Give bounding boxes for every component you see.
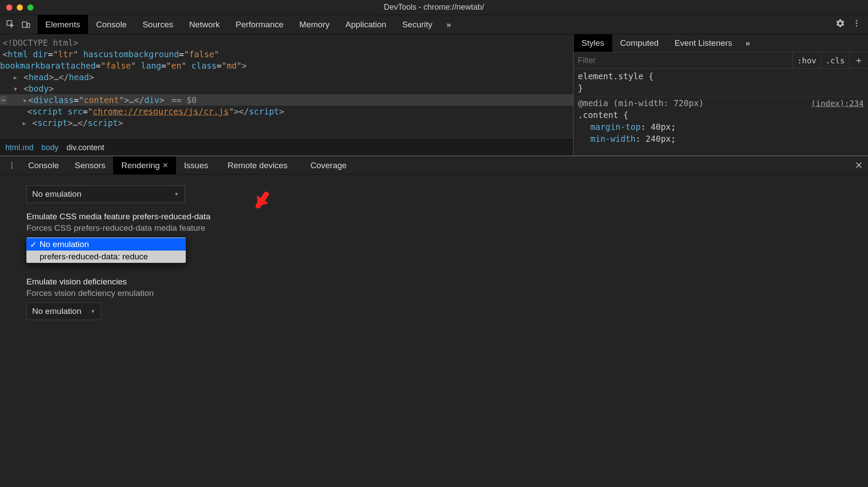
styles-filter-input[interactable] bbox=[574, 52, 792, 68]
drawer-tab-issues[interactable]: Issues bbox=[176, 156, 216, 174]
close-tab-icon[interactable]: ✕ bbox=[162, 161, 168, 170]
svg-point-8 bbox=[11, 167, 13, 168]
window-title: DevTools - chrome://newtab/ bbox=[0, 3, 868, 12]
css-selector: .content { bbox=[578, 110, 628, 120]
select-value: No emulation bbox=[32, 306, 81, 316]
tab-memory[interactable]: Memory bbox=[291, 15, 338, 34]
styles-pane: Styles Computed Event Listeners » :hov .… bbox=[573, 34, 868, 155]
tab-overflow[interactable]: » bbox=[740, 34, 754, 52]
settings-icon[interactable] bbox=[833, 16, 848, 33]
window-titlebar: DevTools - chrome://newtab/ bbox=[0, 0, 868, 15]
hov-toggle[interactable]: :hov bbox=[792, 52, 820, 68]
breadcrumb-item[interactable]: html.md bbox=[5, 143, 33, 152]
drawer-close-icon[interactable]: ✕ bbox=[855, 160, 863, 171]
svg-point-3 bbox=[856, 20, 857, 22]
tab-sources[interactable]: Sources bbox=[135, 15, 181, 34]
tab-security[interactable]: Security bbox=[394, 15, 441, 34]
device-toggle-icon[interactable] bbox=[21, 20, 31, 30]
main-tabs-row: Elements Console Sources Network Perform… bbox=[37, 15, 833, 34]
drawer-tab-remote-devices[interactable]: Remote devices bbox=[216, 156, 299, 174]
tab-network[interactable]: Network bbox=[181, 15, 228, 34]
check-icon: ✓ bbox=[30, 240, 37, 250]
breadcrumb-item[interactable]: div.content bbox=[66, 143, 104, 152]
prefers-reduced-data-dropdown[interactable]: ✓ No emulation prefers-reduced-data: red… bbox=[26, 237, 186, 263]
kebab-menu-icon[interactable] bbox=[850, 16, 864, 33]
dollar-zero: == $0 bbox=[171, 94, 196, 106]
tab-computed[interactable]: Computed bbox=[612, 34, 667, 52]
chevrons-right-icon: » bbox=[745, 38, 748, 48]
rendering-panel: No emulation ▼ Emulate CSS media feature… bbox=[0, 175, 868, 487]
zoom-window-button[interactable] bbox=[27, 4, 33, 11]
tab-styles[interactable]: Styles bbox=[574, 34, 612, 52]
drawer-tabs: Console Sensors Rendering ✕ Issues Remot… bbox=[0, 156, 868, 175]
doctype-line: <!DOCTYPE html> bbox=[3, 38, 78, 48]
expand-icon[interactable]: ▸ bbox=[12, 71, 18, 83]
svg-point-4 bbox=[856, 22, 857, 24]
caret-down-icon: ▼ bbox=[90, 308, 96, 314]
svg-point-7 bbox=[11, 165, 13, 166]
drawer-tab-sensors[interactable]: Sensors bbox=[67, 156, 114, 174]
styles-filter-bar: :hov .cls ＋ bbox=[574, 52, 868, 69]
toolbox-icons bbox=[0, 15, 37, 34]
svg-rect-1 bbox=[22, 22, 27, 27]
main-tabs: Elements Console Sources Network Perform… bbox=[0, 15, 868, 34]
tab-event-listeners[interactable]: Event Listeners bbox=[666, 34, 740, 52]
expand-icon[interactable]: ▸ bbox=[21, 117, 27, 129]
expand-icon[interactable]: ▸ bbox=[22, 94, 28, 106]
dom-tree[interactable]: <!DOCTYPE html> <html dir="ltr" hascusto… bbox=[0, 34, 573, 140]
tab-elements[interactable]: Elements bbox=[37, 15, 88, 34]
drawer-tab-rendering[interactable]: Rendering ✕ bbox=[113, 156, 176, 174]
svg-point-5 bbox=[856, 25, 857, 26]
new-style-rule-button[interactable]: ＋ bbox=[849, 52, 868, 68]
tab-overflow[interactable]: » bbox=[440, 15, 456, 34]
close-window-button[interactable] bbox=[6, 4, 12, 11]
drawer-tab-console[interactable]: Console bbox=[20, 156, 67, 174]
vision-deficiencies-desc: Forces vision deficiency emulation bbox=[26, 288, 842, 298]
element-style-selector: element.style { bbox=[578, 71, 654, 81]
styles-tabs: Styles Computed Event Listeners » bbox=[574, 34, 868, 52]
elements-pane: <!DOCTYPE html> <html dir="ltr" hascusto… bbox=[0, 34, 573, 155]
tab-performance[interactable]: Performance bbox=[228, 15, 291, 34]
svg-point-6 bbox=[11, 162, 13, 164]
dropdown-option-selected[interactable]: ✓ No emulation bbox=[26, 238, 186, 251]
source-link[interactable]: (index):234 bbox=[811, 97, 864, 109]
select-value: No emulation bbox=[32, 189, 81, 199]
prefers-reduced-data-desc: Forces CSS prefers-reduced-data media fe… bbox=[26, 223, 842, 233]
drawer-kebab-icon[interactable] bbox=[4, 156, 20, 174]
dropdown-option[interactable]: prefers-reduced-data: reduce bbox=[26, 251, 186, 263]
rendering-top-select[interactable]: No emulation ▼ bbox=[26, 185, 185, 203]
tab-console[interactable]: Console bbox=[88, 15, 135, 34]
minimize-window-button[interactable] bbox=[17, 4, 23, 11]
annotation-arrow-icon bbox=[250, 185, 276, 212]
prefers-reduced-data-title: Emulate CSS media feature prefers-reduce… bbox=[26, 212, 842, 221]
window-controls bbox=[0, 4, 33, 11]
tab-application[interactable]: Application bbox=[338, 15, 394, 34]
breadcrumb-item[interactable]: body bbox=[41, 143, 59, 152]
selection-dots-icon: ⋯ bbox=[0, 96, 7, 104]
cls-toggle[interactable]: .cls bbox=[821, 52, 849, 68]
breadcrumb: html.md body div.content bbox=[0, 140, 573, 155]
collapse-icon[interactable]: ▾ bbox=[12, 83, 18, 94]
svg-rect-2 bbox=[27, 23, 30, 27]
chevrons-right-icon: » bbox=[446, 20, 449, 30]
styles-body[interactable]: element.style { } @media (min-width: 720… bbox=[574, 69, 868, 155]
inspect-element-icon[interactable] bbox=[6, 20, 16, 30]
vision-deficiencies-title: Emulate vision deficiencies bbox=[26, 277, 842, 287]
vision-deficiencies-select[interactable]: No emulation ▼ bbox=[26, 303, 101, 320]
caret-down-icon: ▼ bbox=[174, 191, 179, 197]
drawer-tab-coverage[interactable]: Coverage bbox=[299, 156, 358, 174]
drawer: Console Sensors Rendering ✕ Issues Remot… bbox=[0, 155, 868, 487]
media-query: @media (min-width: 720px) bbox=[578, 98, 704, 108]
